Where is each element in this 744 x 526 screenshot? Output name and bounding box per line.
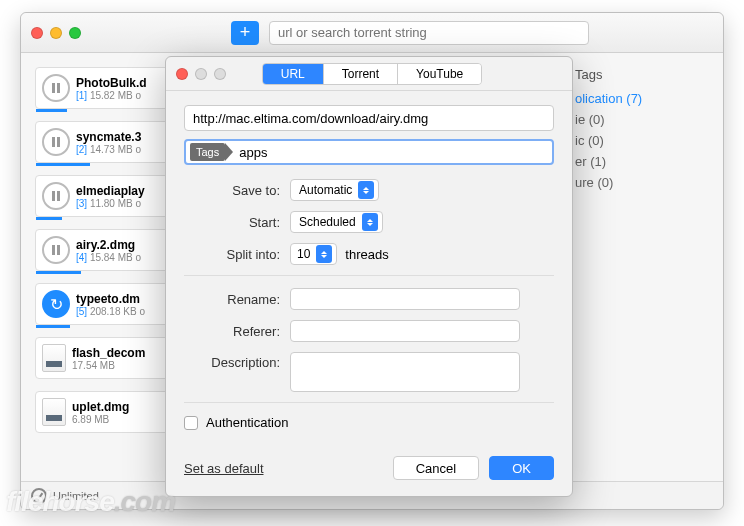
start-select[interactable]: Scheduled [290,211,383,233]
tab-youtube[interactable]: YouTube [398,64,481,84]
start-value: Scheduled [299,215,356,229]
select-arrows-icon [362,213,378,231]
tags-input[interactable] [225,145,552,160]
download-name: airy.2.dmg [76,238,172,252]
download-item[interactable]: ↻typeeto.dm[5] 208.18 KB o [35,283,179,325]
zoom-window-icon[interactable] [69,27,81,39]
tab-torrent[interactable]: Torrent [324,64,398,84]
download-name: typeeto.dm [76,292,172,306]
dialog-window-controls [176,68,226,80]
select-arrows-icon [358,181,374,199]
save-to-label: Save to: [184,183,290,198]
download-meta: [4] 15.84 MB o [76,252,172,263]
tag-item[interactable]: ure (0) [575,172,707,193]
doc-icon[interactable] [42,398,66,426]
tag-item[interactable]: ie (0) [575,109,707,130]
download-name: elmediaplay [76,184,172,198]
url-input[interactable] [184,105,554,131]
progress-bar [36,325,70,328]
download-item[interactable]: flash_decom17.54 MB [35,337,179,379]
minimize-window-icon[interactable] [50,27,62,39]
download-meta: [3] 11.80 MB o [76,198,172,209]
download-item[interactable]: uplet.dmg6.89 MB [35,391,179,433]
titlebar: + [21,13,723,53]
download-meta: [5] 208.18 KB o [76,306,172,317]
description-label: Description: [184,352,290,370]
pause-icon[interactable] [42,128,70,156]
download-item[interactable]: PhotoBulk.d[1] 15.82 MB o [35,67,179,109]
dialog-footer: Set as default Cancel OK [166,456,572,496]
download-name: syncmate.3 [76,130,172,144]
tag-item[interactable]: ic (0) [575,130,707,151]
select-arrows-icon [316,245,332,263]
auth-checkbox[interactable] [184,416,198,430]
download-item[interactable]: airy.2.dmg[4] 15.84 MB o [35,229,179,271]
search-input[interactable] [269,21,589,45]
auth-row[interactable]: Authentication [184,415,554,430]
pause-icon[interactable] [42,74,70,102]
download-item[interactable]: elmediaplay[3] 11.80 MB o [35,175,179,217]
tab-url[interactable]: URL [263,64,324,84]
progress-bar [36,217,62,220]
download-name: uplet.dmg [72,400,172,414]
description-input[interactable] [290,352,520,392]
auth-label: Authentication [206,415,288,430]
tags-field[interactable]: Tags [184,139,554,165]
progress-bar [36,109,67,112]
doc-icon[interactable] [42,344,66,372]
download-meta: 17.54 MB [72,360,172,371]
download-meta: [2] 14.73 MB o [76,144,172,155]
referer-input[interactable] [290,320,520,342]
save-to-value: Automatic [299,183,352,197]
dialog-zoom-icon [214,68,226,80]
speed-gauge-icon[interactable] [31,488,47,504]
status-label: Unlimited [53,490,99,502]
tag-item[interactable]: er (1) [575,151,707,172]
pause-icon[interactable] [42,236,70,264]
split-label: Split into: [184,247,290,262]
tags-chip: Tags [190,143,225,161]
rename-label: Rename: [184,292,290,307]
close-window-icon[interactable] [31,27,43,39]
save-to-select[interactable]: Automatic [290,179,379,201]
add-download-dialog: URL Torrent YouTube Tags Save to: Automa… [165,56,573,497]
dialog-close-icon[interactable] [176,68,188,80]
divider [184,402,554,403]
ok-button[interactable]: OK [489,456,554,480]
tag-item[interactable]: olication (7) [575,88,707,109]
progress-bar [36,271,81,274]
download-item[interactable]: syncmate.3[2] 14.73 MB o [35,121,179,163]
pause-icon[interactable] [42,182,70,210]
divider [184,275,554,276]
cancel-button[interactable]: Cancel [393,456,479,480]
download-meta: 6.89 MB [72,414,172,425]
split-select[interactable]: 10 [290,243,337,265]
split-value: 10 [297,247,310,261]
progress-bar [36,163,90,166]
window-controls [31,27,81,39]
download-name: flash_decom [72,346,172,360]
threads-label: threads [345,247,388,262]
download-name: PhotoBulk.d [76,76,172,90]
refresh-icon[interactable]: ↻ [42,290,70,318]
download-list: PhotoBulk.d[1] 15.82 MB osyncmate.3[2] 1… [21,53,179,481]
dialog-body: Tags Save to: Automatic Start: Scheduled… [166,91,572,456]
add-button[interactable]: + [231,21,259,45]
set-default-link[interactable]: Set as default [184,461,264,476]
dialog-titlebar: URL Torrent YouTube [166,57,572,91]
start-label: Start: [184,215,290,230]
dialog-minimize-icon [195,68,207,80]
download-meta: [1] 15.82 MB o [76,90,172,101]
referer-label: Referer: [184,324,290,339]
rename-input[interactable] [290,288,520,310]
dialog-tabs: URL Torrent YouTube [262,63,483,85]
